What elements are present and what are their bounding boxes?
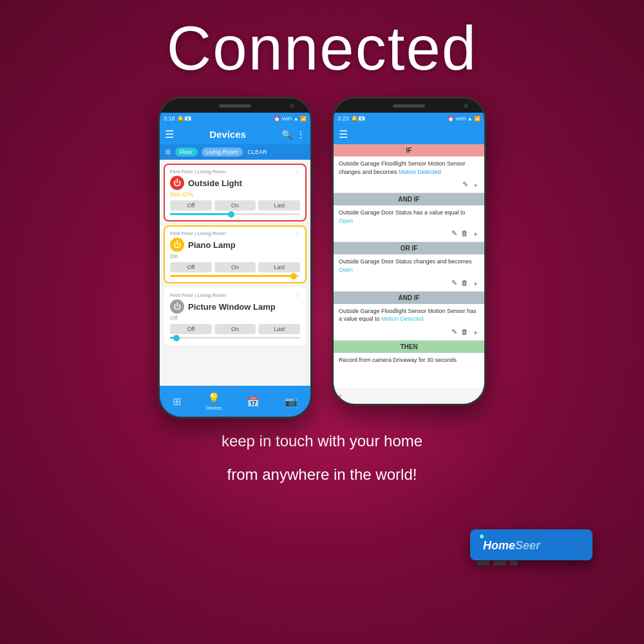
device-card-2: First Floor | Living Room ⋮ ⏻ Picture Wi…: [164, 287, 307, 345]
more-icon-left[interactable]: ⋮: [296, 129, 305, 140]
rule-if-header: IF: [334, 144, 484, 156]
rule-andif-content: Outside Garage Door Status has a value e…: [334, 205, 484, 228]
filter-clear[interactable]: CLEAR: [248, 149, 267, 155]
card-location-1: First Floor | Living Room ⋮: [170, 231, 300, 236]
app-header-right: ☰: [334, 124, 484, 144]
notification-icons-right: 🔔📧: [351, 115, 365, 122]
nav-devices[interactable]: 💡 Devices: [206, 392, 222, 410]
rule-if-link[interactable]: Motion Detected: [399, 169, 441, 175]
speaker-right: [393, 104, 425, 108]
device-status-0: Dim 47%: [170, 191, 300, 198]
time-left: 3:18: [164, 115, 175, 122]
filter-icon[interactable]: ⚙: [165, 148, 171, 156]
add-icon-0[interactable]: ＋: [472, 180, 479, 190]
page-title: Connected: [0, 0, 644, 84]
slider-0[interactable]: [170, 213, 300, 215]
rule-andif2-header: AND IF: [334, 292, 484, 304]
homeseer-led: [480, 535, 484, 538]
slider-2[interactable]: [170, 337, 300, 339]
status-bar-left: 3:18 🔔📧 ⏰ WiFi ▲ 📶: [160, 113, 310, 124]
hamburger-icon-left[interactable]: ☰: [165, 128, 174, 140]
device-card-1: First Floor | Living Room ⋮ ⏻ Piano Lamp…: [164, 225, 307, 283]
edit-icon-0[interactable]: ✎: [462, 180, 468, 190]
btn-off-1[interactable]: Off: [170, 262, 212, 272]
device-status-1: On: [170, 253, 300, 260]
slider-1[interactable]: [170, 275, 300, 277]
card-menu-0[interactable]: ⋮: [295, 169, 300, 175]
right-phone: 3:23 🔔📧 ⏰ WiFi ▲ 📶 ☰ IF Outside Garage F…: [332, 97, 486, 406]
rule-orif-link[interactable]: Open: [339, 267, 353, 273]
notification-icons-left: 🔔📧: [177, 115, 191, 122]
rule-andif2-link[interactable]: Motion Detected: [381, 316, 424, 322]
status-bar-right: 3:23 🔔📧 ⏰ WiFi ▲ 📶: [334, 113, 484, 124]
homeseer-ports: [477, 561, 518, 565]
rule-orif-content: Outside Garage Door Status changes and b…: [334, 254, 484, 277]
port-1: [477, 561, 489, 565]
home-text: Home: [483, 539, 515, 552]
device-name-1: Piano Lamp: [188, 240, 236, 250]
btn-on-2[interactable]: On: [214, 324, 256, 334]
filter-chip-room[interactable]: Living Room: [202, 147, 243, 156]
phone-top-bar-left: [160, 99, 310, 113]
rules-screen: IF Outside Garage Floodlight Sensor Moti…: [334, 144, 484, 388]
delete-icon-1[interactable]: 🗑: [461, 229, 468, 239]
rule-andif-header: AND IF: [334, 193, 484, 205]
power-icon-2[interactable]: ⏻: [170, 299, 184, 314]
bottom-nav: ⊞ 💡 Devices 📅 📷: [160, 386, 310, 417]
btn-on-1[interactable]: On: [214, 262, 256, 272]
speaker-left: [219, 104, 251, 108]
card-location-0: First Floor | Living Room ⋮: [170, 169, 300, 175]
card-menu-1[interactable]: ⋮: [295, 231, 300, 236]
signal-left: ⏰ WiFi ▲ 📶: [274, 116, 307, 122]
bottom-text-container: keep in touch with your home from anywhe…: [0, 430, 644, 485]
devices-list: First Floor | Living Room ⋮ ⏻ Outside Li…: [160, 160, 310, 386]
add-icon-1[interactable]: ＋: [472, 229, 479, 239]
power-icon-1[interactable]: ⏻: [170, 238, 184, 252]
filter-bar: ⚙ Floor Living Room CLEAR: [160, 144, 310, 160]
phone-bottom-left: [160, 417, 310, 419]
rule-then-header: THEN: [334, 341, 484, 353]
btn-off-0[interactable]: Off: [170, 200, 212, 211]
card-menu-2[interactable]: ⋮: [295, 292, 300, 298]
edit-icon-1[interactable]: ✎: [451, 229, 457, 239]
rule-if-content: Outside Garage Floodlight Sensor Motion …: [334, 156, 484, 179]
search-icon-left[interactable]: 🔍: [281, 129, 292, 140]
homeseer-brand: HomeSeer: [483, 539, 580, 553]
btn-last-1[interactable]: Last: [258, 262, 300, 272]
rule-andif2-actions: ✎ 🗑 ＋: [334, 327, 484, 340]
back-arrow-right[interactable]: ‹: [339, 391, 342, 401]
rule-orif-header: OR IF: [334, 242, 484, 254]
btn-off-2[interactable]: Off: [170, 324, 212, 334]
btn-last-2[interactable]: Last: [258, 324, 300, 334]
delete-icon-3[interactable]: 🗑: [461, 328, 468, 337]
btn-on-0[interactable]: On: [214, 200, 256, 211]
nav-camera[interactable]: 📷: [285, 395, 298, 408]
filter-chip-floor[interactable]: Floor: [175, 147, 198, 156]
nav-devices-label: Devices: [206, 406, 222, 410]
btn-last-0[interactable]: Last: [258, 200, 300, 211]
rule-andif-actions: ✎ 🗑 ＋: [334, 228, 484, 242]
port-3: [510, 561, 518, 565]
card-header-2: ⏻ Picture Window Lamp: [170, 299, 300, 314]
header-icons-left: 🔍 ⋮: [281, 129, 305, 140]
device-buttons-2: Off On Last: [170, 324, 300, 334]
header-title-left: Devices: [209, 129, 246, 140]
camera-icon: 📷: [285, 395, 298, 408]
delete-icon-2[interactable]: 🗑: [461, 279, 468, 289]
seer-text: Seer: [515, 539, 540, 552]
hamburger-icon-right[interactable]: ☰: [339, 128, 348, 140]
add-icon-2[interactable]: ＋: [472, 279, 479, 289]
nav-home[interactable]: ⊞: [173, 395, 181, 408]
device-name-2: Picture Window Lamp: [188, 302, 276, 312]
edit-icon-3[interactable]: ✎: [451, 328, 457, 337]
rule-andif-link[interactable]: Open: [339, 218, 353, 224]
add-icon-3[interactable]: ＋: [472, 328, 479, 337]
nav-calendar[interactable]: 📅: [247, 395, 260, 408]
rule-orif-actions: ✎ 🗑 ＋: [334, 278, 484, 291]
signal-right: ⏰ WiFi ▲ 📶: [448, 116, 480, 122]
calendar-icon: 📅: [247, 395, 260, 408]
edit-icon-2[interactable]: ✎: [451, 279, 457, 289]
devices-icon: 💡: [207, 392, 220, 404]
phone-bottom-right: [334, 404, 484, 406]
power-icon-0[interactable]: ⏻: [170, 176, 184, 190]
